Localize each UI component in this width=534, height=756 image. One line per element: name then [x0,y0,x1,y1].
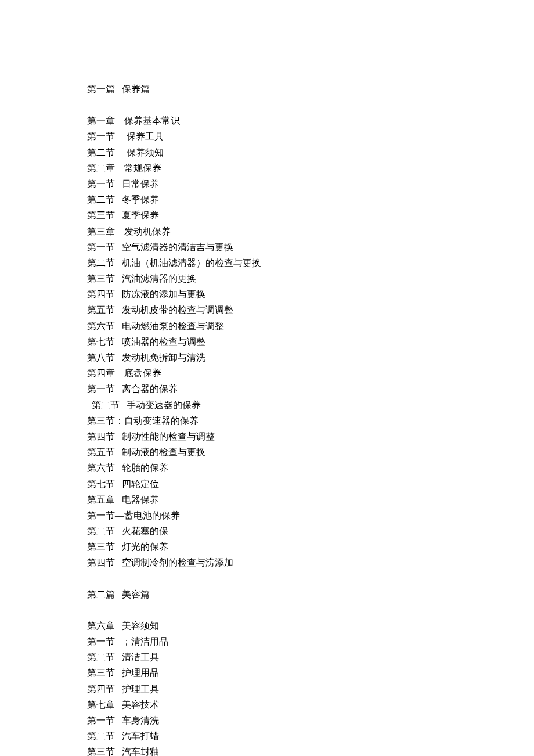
document-toc: 第一篇 保养篇 第一章 保养基本常识 第一节 保养工具 第二节 保养须知 第二章… [87,81,447,756]
section-item: 第五节 制动液的检查与更换 [87,444,447,460]
section-item: 第一节—蓄电池的保养 [87,507,447,523]
chapter-title: 第二章 常规保养 [87,160,447,176]
section-item: 第四节 制动性能的检查与调整 [87,429,447,444]
chapter-title: 第七章 美容技术 [87,697,447,712]
spacer [87,571,447,586]
spacer [87,602,447,618]
section-item: 第三节 灯光的保养 [87,539,447,555]
section-item: 第二节 机油（机油滤清器）的检查与更换 [87,255,447,271]
section-item: 第二节 汽车打蜡 [87,728,447,744]
section-item: 第六节 电动燃油泵的检查与调整 [87,318,447,334]
section-item: 第一节 日常保养 [87,176,447,192]
section-item: 第一节 保养工具 [87,128,447,144]
chapter-title: 第四章 底盘保养 [87,365,447,381]
chapter-title: 第五章 电器保养 [87,492,447,507]
section-item: 第八节 发动机免拆卸与清洗 [87,350,447,365]
section-item: 第一节 车身清洗 [87,712,447,728]
section-item: 第七节 四轮定位 [87,476,447,492]
section-item: 第三节：自动变速器的保养 [87,413,447,429]
section-item: 第一节 空气滤清器的清洁吉与更换 [87,239,447,255]
section-item: 第一节 离合器的保养 [87,381,447,397]
section-item: 第四节 护理工具 [87,681,447,697]
section-item: 第七节 喷油器的检查与调整 [87,334,447,350]
section-item: 第三节 夏季保养 [87,207,447,223]
section-item: 第三节 护理用品 [87,665,447,681]
section-item: 第六节 轮胎的保养 [87,460,447,476]
section-item: 第五节 发动机皮带的检查与调调整 [87,302,447,318]
section-item: 第二节 火花塞的保 [87,523,447,539]
chapter-title: 第一章 保养基本常识 [87,113,447,128]
section-item: 第四节 空调制冷剂的检查与涝添加 [87,555,447,570]
part-header: 第一篇 保养篇 [87,81,447,97]
section-item: 第二节 手动变速器的保养 [87,397,447,413]
chapter-title: 第六章 美容须知 [87,618,447,633]
section-item: 第三节 汽车封釉 [87,744,447,756]
part-header: 第二篇 美容篇 [87,586,447,602]
section-item: 第四节 防冻液的添加与更换 [87,286,447,302]
spacer [87,97,447,113]
chapter-title: 第三章 发动机保养 [87,224,447,239]
section-item: 第一节 ；清洁用品 [87,633,447,649]
section-item: 第二节 冬季保养 [87,192,447,207]
section-item: 第二节 清洁工具 [87,649,447,665]
section-item: 第三节 汽油滤清器的更换 [87,271,447,286]
section-item: 第二节 保养须知 [87,145,447,160]
